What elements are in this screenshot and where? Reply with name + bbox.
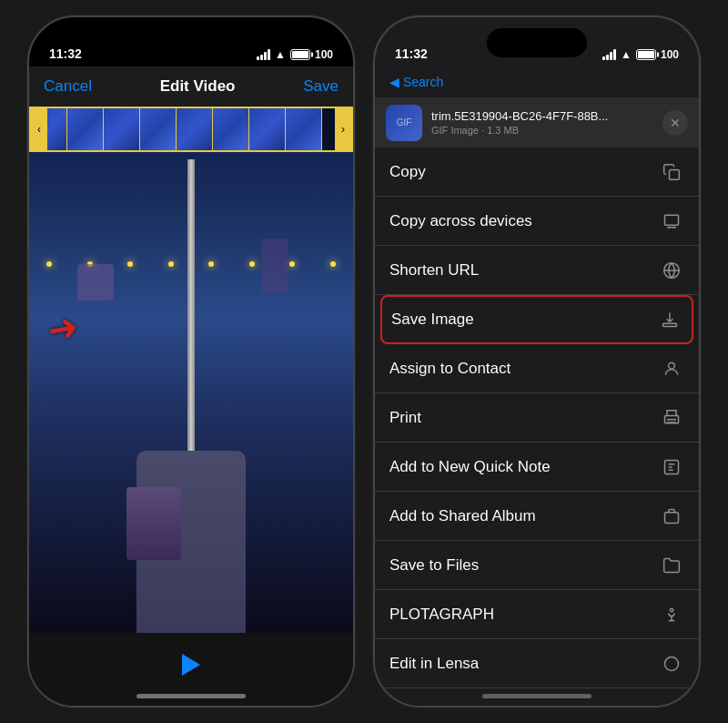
dynamic-island-2 [487, 28, 587, 57]
svg-rect-3 [663, 323, 677, 326]
menu-item-copy[interactable]: Copy [375, 148, 699, 197]
status-icons-2: ▲ 100 [602, 48, 679, 61]
file-info: trim.5E319904-BC26-4F7F-88B... GIF Image… [422, 109, 662, 136]
filmstrip-handle-right[interactable]: › [335, 108, 351, 150]
menu-item-assign-to-contact[interactable]: Assign to Contact [375, 344, 699, 393]
phone2-screen: 11:32 ▲ 100 ◀ Search GIF [375, 17, 699, 706]
menu-item-label: Print with HP Smart [389, 704, 659, 707]
status-icons-1: ▲ 100 [257, 48, 333, 61]
svg-rect-0 [670, 169, 680, 179]
video-background: ➜ [29, 107, 353, 633]
film-frame [249, 108, 286, 150]
menu-item-label: Add to Shared Album [389, 507, 659, 525]
signal-icon-1 [257, 49, 270, 60]
svg-point-8 [670, 608, 672, 611]
navbar-1: Cancel Edit Video Save [29, 66, 353, 107]
phone1-screen: 11:32 ▲ 100 Cancel Edit Video Save [29, 17, 353, 706]
menu-items: CopyCopy across devicesShorten URLSave I… [375, 148, 699, 706]
save-button[interactable]: Save [303, 77, 339, 96]
back-button[interactable]: ◀ Search [389, 75, 443, 89]
filmstrip-handle-left[interactable]: ‹ [31, 108, 47, 150]
film-frame [104, 108, 140, 150]
menu-item-label: Assign to Contact [389, 360, 659, 378]
home-indicator-2 [482, 694, 592, 698]
menu-icon-copy-across-devices [659, 209, 684, 234]
menu-item-label: PLOTAGRAPH [389, 606, 659, 624]
wifi-icon-2: ▲ [621, 48, 632, 61]
svg-point-4 [669, 362, 675, 369]
film-frame [140, 108, 177, 150]
menu-item-label: Print [389, 409, 659, 427]
menu-item-print[interactable]: Print [375, 393, 699, 443]
cancel-button[interactable]: Cancel [44, 77, 92, 96]
menu-icon-plotagraph [659, 602, 684, 627]
play-button[interactable] [182, 654, 200, 676]
battery-icon-2 [636, 49, 656, 60]
menu-item-label: Save to Files [389, 556, 659, 575]
close-button[interactable]: ✕ [662, 110, 688, 136]
menu-item-add-to-new-quick-note[interactable]: Add to New Quick Note [375, 443, 699, 492]
menu-item-save-image[interactable]: Save Image [380, 295, 693, 344]
menu-icon-print [659, 405, 684, 431]
menu-icon-save-to-files [659, 553, 684, 578]
page-title-1: Edit Video [160, 77, 236, 96]
person-child [126, 487, 181, 560]
file-thumbnail: GIF [386, 105, 422, 141]
battery-icon-1 [290, 49, 310, 60]
film-frame [177, 108, 213, 150]
battery-label-1: 100 [315, 48, 333, 61]
menu-item-label: Copy across devices [389, 212, 659, 230]
menu-item-add-to-shared-album[interactable]: Add to Shared Album [375, 492, 699, 541]
menu-icon-print-with-hp-smart [659, 700, 684, 707]
filmstrip[interactable]: ‹ › [29, 107, 353, 152]
time-1: 11:32 [49, 46, 82, 61]
menu-item-save-to-files[interactable]: Save to Files [375, 541, 699, 590]
menu-item-label: Copy [389, 163, 659, 181]
menu-item-copy-across-devices[interactable]: Copy across devices [375, 197, 699, 246]
file-size: GIF Image · 1.3 MB [431, 125, 653, 136]
filmstrip-frames [31, 108, 322, 150]
menu-item-label: Edit in Lensa [389, 655, 659, 673]
menu-icon-save-image [657, 307, 682, 332]
share-menu: CopyCopy across devicesShorten URLSave I… [375, 148, 699, 706]
menu-item-plotagraph[interactable]: PLOTAGRAPH [375, 590, 699, 639]
menu-icon-add-to-shared-album [659, 504, 684, 529]
menu-item-label: Save Image [391, 311, 657, 329]
home-indicator-1 [136, 694, 246, 698]
film-frame [67, 108, 104, 150]
file-header: GIF trim.5E319904-BC26-4F7F-88B... GIF I… [375, 97, 699, 148]
menu-item-label: Add to New Quick Note [389, 458, 659, 476]
menu-icon-add-to-new-quick-note [659, 454, 684, 480]
search-bar-area: ◀ Search [375, 66, 699, 97]
time-2: 11:32 [395, 46, 428, 61]
menu-icon-shorten-url [659, 258, 684, 283]
video-preview: ➜ [29, 107, 353, 633]
phone-2: 11:32 ▲ 100 ◀ Search GIF [373, 15, 701, 708]
film-frame [213, 108, 249, 150]
menu-item-shorten-url[interactable]: Shorten URL [375, 246, 699, 295]
menu-item-edit-in-lensa[interactable]: Edit in Lensa [375, 639, 699, 688]
battery-label-2: 100 [661, 48, 679, 61]
menu-icon-assign-to-contact [659, 356, 684, 382]
decoration [77, 264, 114, 300]
decoration [261, 239, 288, 293]
phone-1: 11:32 ▲ 100 Cancel Edit Video Save [27, 15, 355, 708]
menu-icon-copy [659, 159, 684, 185]
svg-rect-7 [665, 512, 679, 523]
menu-icon-edit-in-lensa [659, 651, 684, 677]
wifi-icon-1: ▲ [275, 48, 286, 61]
signal-icon-2 [602, 49, 616, 60]
menu-item-label: Shorten URL [389, 261, 659, 280]
file-name: trim.5E319904-BC26-4F7F-88B... [431, 109, 653, 123]
dynamic-island-1 [141, 28, 241, 57]
film-frame [286, 108, 322, 150]
svg-point-11 [665, 657, 679, 670]
